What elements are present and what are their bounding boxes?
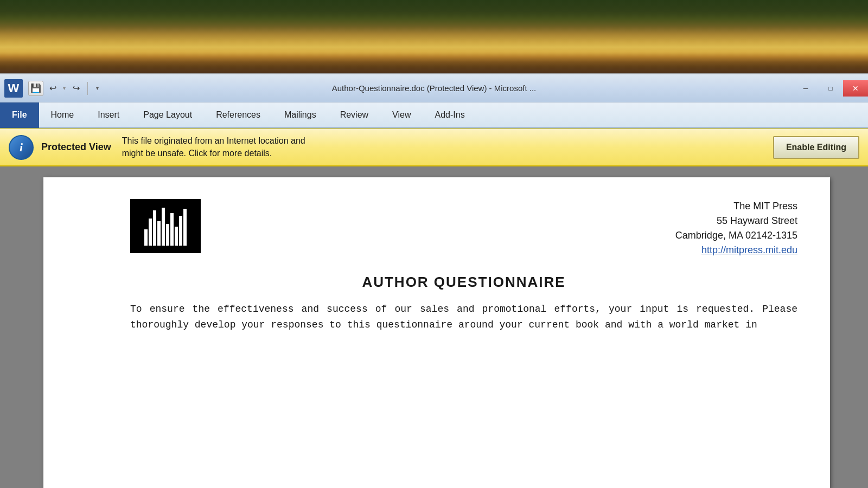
- document-body: To ensure the effectiveness and success …: [130, 301, 797, 333]
- bar-3: [153, 210, 156, 246]
- tab-references[interactable]: References: [204, 102, 272, 128]
- save-button[interactable]: 💾: [28, 81, 43, 96]
- toolbar-separator: [87, 82, 88, 95]
- address-block: The MIT Press 55 Hayward Street Cambridg…: [675, 199, 797, 258]
- org-name: The MIT Press: [675, 199, 797, 214]
- bar-4: [157, 221, 161, 246]
- tab-home[interactable]: Home: [39, 102, 86, 128]
- protected-view-bar[interactable]: i Protected View This file originated fr…: [0, 129, 868, 166]
- undo-dropdown[interactable]: ▾: [63, 85, 66, 91]
- address-line1: 55 Hayward Street: [675, 214, 797, 228]
- bar-1: [144, 229, 148, 246]
- bar-9: [179, 216, 182, 246]
- minimize-icon: ─: [803, 85, 808, 92]
- mit-press-logo: [130, 199, 201, 253]
- barcode-graphic: [140, 207, 191, 246]
- protected-view-label: Protected View: [41, 142, 111, 153]
- bar-8: [175, 227, 178, 246]
- customize-toolbar-button[interactable]: ▾: [92, 81, 102, 95]
- tab-add-ins[interactable]: Add-Ins: [423, 102, 477, 128]
- maximize-button[interactable]: □: [818, 80, 843, 97]
- protected-view-icon: i: [9, 135, 34, 160]
- quick-access-toolbar: W 💾 ↩ ▾ ↪ ▾: [4, 79, 102, 98]
- undo-button[interactable]: ↩: [46, 81, 60, 95]
- redo-button[interactable]: ↪: [69, 81, 83, 95]
- document-title: AUTHOR QUESTIONNAIRE: [130, 274, 797, 291]
- redo-icon: ↪: [73, 83, 80, 93]
- minimize-button[interactable]: ─: [793, 80, 818, 97]
- bar-10: [183, 209, 187, 246]
- tab-mailings[interactable]: Mailings: [272, 102, 328, 128]
- maximize-icon: □: [828, 85, 832, 92]
- window-title: Author-Questionnaire.doc (Protected View…: [332, 84, 537, 93]
- close-button[interactable]: ✕: [843, 80, 868, 97]
- document-header: The MIT Press 55 Hayward Street Cambridg…: [130, 199, 797, 258]
- address-line2: Cambridge, MA 02142-1315: [675, 228, 797, 243]
- tab-review[interactable]: Review: [328, 102, 380, 128]
- word-window: W 💾 ↩ ▾ ↪ ▾ Author-Questionnaire.doc (Pr…: [0, 73, 868, 488]
- undo-icon: ↩: [49, 83, 56, 93]
- ribbon: File Home Insert Page Layout References …: [0, 102, 868, 129]
- tab-page-layout[interactable]: Page Layout: [131, 102, 204, 128]
- save-icon: 💾: [30, 83, 41, 93]
- info-icon: i: [20, 140, 23, 155]
- desktop-overlay: [0, 0, 868, 76]
- title-bar: W 💾 ↩ ▾ ↪ ▾ Author-Questionnaire.doc (Pr…: [0, 74, 868, 102]
- protected-view-message: This file originated from an Internet lo…: [122, 135, 764, 159]
- tab-insert[interactable]: Insert: [86, 102, 131, 128]
- document-area: The MIT Press 55 Hayward Street Cambridg…: [0, 166, 868, 488]
- close-icon: ✕: [852, 84, 859, 93]
- enable-editing-button[interactable]: Enable Editing: [773, 136, 859, 159]
- word-icon: W: [4, 79, 23, 98]
- tab-file[interactable]: File: [0, 102, 39, 128]
- bar-2: [149, 219, 152, 246]
- website-link[interactable]: http://mitpress.mit.edu: [675, 243, 797, 258]
- document-page: The MIT Press 55 Hayward Street Cambridg…: [43, 177, 830, 488]
- bar-7: [170, 213, 174, 246]
- window-controls: ─ □ ✕: [793, 74, 868, 102]
- tab-view[interactable]: View: [380, 102, 423, 128]
- bar-5: [162, 208, 165, 246]
- bar-6: [166, 224, 169, 246]
- word-letter: W: [8, 81, 20, 95]
